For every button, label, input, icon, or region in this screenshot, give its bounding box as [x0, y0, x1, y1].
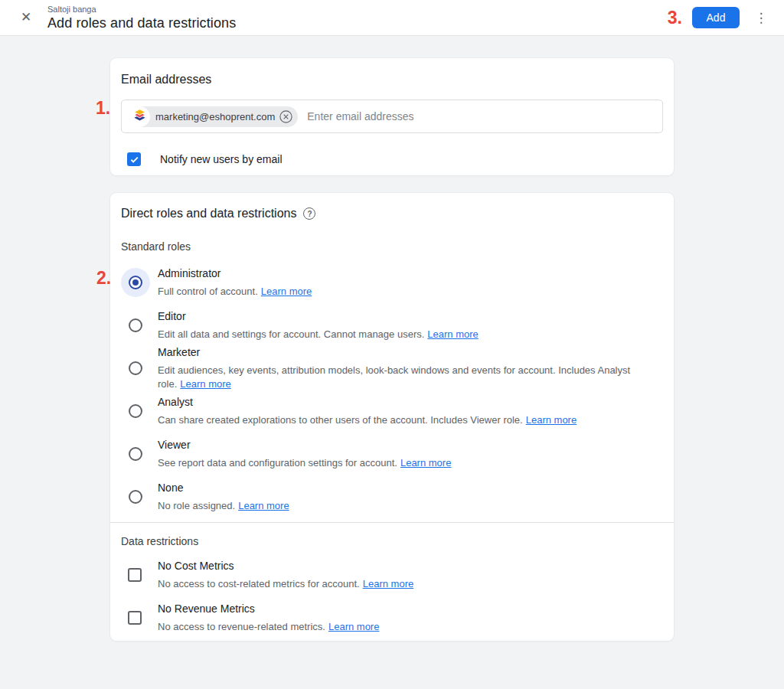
learn-more-link[interactable]: Learn more — [328, 621, 379, 632]
email-input-container[interactable]: marketing@eshoprent.com — [121, 100, 663, 133]
role-texts: Editor Edit all data and settings for ac… — [158, 309, 479, 341]
notify-row: Notify new users by email — [121, 152, 663, 166]
role-radio-marketer[interactable] — [121, 354, 150, 383]
role-radio-none[interactable] — [121, 482, 150, 511]
role-name: Viewer — [158, 438, 451, 452]
restriction-description: No access to cost-related metrics for ac… — [158, 577, 413, 591]
restriction-name: No Revenue Metrics — [158, 602, 379, 616]
check-icon — [129, 155, 139, 165]
page-title: Add roles and data restrictions — [47, 15, 236, 32]
role-row-marketer: Marketer Edit audiences, key events, att… — [121, 347, 663, 390]
header-bar: ✕ Saltoji banga Add roles and data restr… — [0, 0, 784, 36]
add-button[interactable]: Add — [692, 7, 740, 28]
learn-more-link[interactable]: Learn more — [238, 500, 289, 511]
role-desc-text: See report data and configuration settin… — [158, 457, 397, 469]
account-name: Saltoji banga — [47, 4, 236, 15]
role-name: Analyst — [158, 395, 577, 410]
roles-card: Direct roles and data restrictions ? Sta… — [109, 192, 675, 642]
role-desc-text: No role assigned. — [158, 500, 235, 511]
roles-card-title-row: Direct roles and data restrictions ? — [121, 205, 663, 222]
no-revenue-metrics-checkbox[interactable] — [128, 611, 142, 625]
close-icon[interactable]: ✕ — [15, 7, 37, 28]
restriction-texts: No Cost Metrics No access to cost-relate… — [158, 559, 413, 591]
checkbox-cell — [121, 611, 158, 625]
role-desc-text: Full control of account. — [158, 286, 258, 297]
standard-roles-list: Administrator Full control of account.Le… — [121, 261, 663, 518]
role-description: Edit audiences, key events, attribution … — [158, 364, 663, 391]
annotation-1: 1. — [96, 100, 110, 117]
role-radio-analyst[interactable] — [121, 397, 150, 426]
help-icon[interactable]: ? — [303, 207, 315, 220]
role-row-administrator: Administrator Full control of account.Le… — [121, 261, 663, 304]
radio-cell — [121, 482, 158, 511]
learn-more-link[interactable]: Learn more — [526, 414, 577, 426]
radio-cell — [121, 268, 158, 297]
role-row-analyst: Analyst Can share created explorations t… — [121, 390, 663, 433]
role-description: See report data and configuration settin… — [158, 456, 451, 470]
standard-roles-heading: Standard roles — [121, 239, 663, 254]
restriction-desc-text: No access to revenue-related metrics. — [158, 621, 325, 632]
role-name: Editor — [158, 309, 479, 324]
learn-more-link[interactable]: Learn more — [427, 328, 478, 340]
role-name: Marketer — [158, 345, 663, 360]
eshoprent-logo-icon — [129, 106, 150, 127]
role-description: Full control of account.Learn more — [158, 285, 312, 299]
roles-card-title: Direct roles and data restrictions — [121, 205, 296, 222]
role-texts: Administrator Full control of account.Le… — [158, 266, 312, 299]
chip-remove-icon[interactable] — [279, 110, 292, 123]
notify-label: Notify new users by email — [160, 153, 283, 165]
radio-cell — [121, 439, 158, 469]
role-description: Edit all data and settings for account. … — [158, 328, 479, 341]
role-row-none: None No role assigned.Learn more — [121, 475, 663, 518]
role-radio-viewer[interactable] — [121, 439, 150, 469]
role-texts: Viewer See report data and configuration… — [158, 438, 451, 470]
learn-more-link[interactable]: Learn more — [180, 378, 230, 390]
radio-cell — [121, 397, 158, 426]
role-desc-text: Edit all data and settings for account. … — [158, 328, 424, 340]
data-restrictions-list: No Cost Metrics No access to cost-relate… — [121, 553, 663, 639]
more-options-icon[interactable]: ⋮ — [750, 7, 772, 28]
learn-more-link[interactable]: Learn more — [400, 457, 451, 469]
radio-cell — [121, 311, 158, 340]
header-titles: Saltoji banga Add roles and data restric… — [47, 4, 236, 32]
learn-more-link[interactable]: Learn more — [261, 286, 312, 297]
email-input[interactable] — [307, 110, 655, 122]
data-restrictions-heading: Data restrictions — [121, 534, 663, 549]
restriction-row-no-revenue-metrics: No Revenue Metrics No access to revenue-… — [121, 596, 663, 639]
restriction-texts: No Revenue Metrics No access to revenue-… — [158, 602, 379, 634]
annotation-2: 2. — [96, 269, 111, 287]
header-actions: 3. Add ⋮ — [668, 7, 772, 28]
role-texts: Marketer Edit audiences, key events, att… — [158, 345, 663, 391]
checkbox-cell — [121, 568, 158, 582]
email-chip[interactable]: marketing@eshoprent.com — [129, 106, 298, 127]
notify-checkbox[interactable] — [127, 152, 141, 166]
role-description: Can share created explorations to other … — [158, 413, 577, 427]
role-row-editor: Editor Edit all data and settings for ac… — [121, 304, 663, 347]
radio-cell — [121, 354, 158, 383]
annotation-3: 3. — [668, 9, 682, 27]
no-cost-metrics-checkbox[interactable] — [128, 568, 142, 582]
restriction-name: No Cost Metrics — [158, 559, 413, 573]
email-card-title: Email addresses — [121, 71, 663, 88]
restriction-description: No access to revenue-related metrics.Lea… — [158, 620, 379, 634]
learn-more-link[interactable]: Learn more — [363, 578, 413, 589]
role-desc-text: Can share created explorations to other … — [158, 414, 523, 426]
divider — [110, 522, 674, 523]
role-description: No role assigned.Learn more — [158, 499, 289, 513]
role-texts: Analyst Can share created explorations t… — [158, 395, 577, 427]
role-name: Administrator — [158, 266, 312, 281]
role-radio-editor[interactable] — [121, 311, 150, 340]
role-row-viewer: Viewer See report data and configuration… — [121, 433, 663, 475]
role-texts: None No role assigned.Learn more — [158, 481, 289, 513]
restriction-desc-text: No access to cost-related metrics for ac… — [158, 578, 360, 589]
restriction-row-no-cost-metrics: No Cost Metrics No access to cost-relate… — [121, 553, 663, 596]
chip-email-text: marketing@eshoprent.com — [150, 111, 279, 122]
role-name: None — [158, 481, 289, 495]
email-addresses-card: Email addresses marketing@eshoprent.com — [109, 57, 675, 176]
add-roles-page: ✕ Saltoji banga Add roles and data restr… — [0, 0, 784, 689]
role-radio-administrator[interactable] — [121, 268, 150, 297]
